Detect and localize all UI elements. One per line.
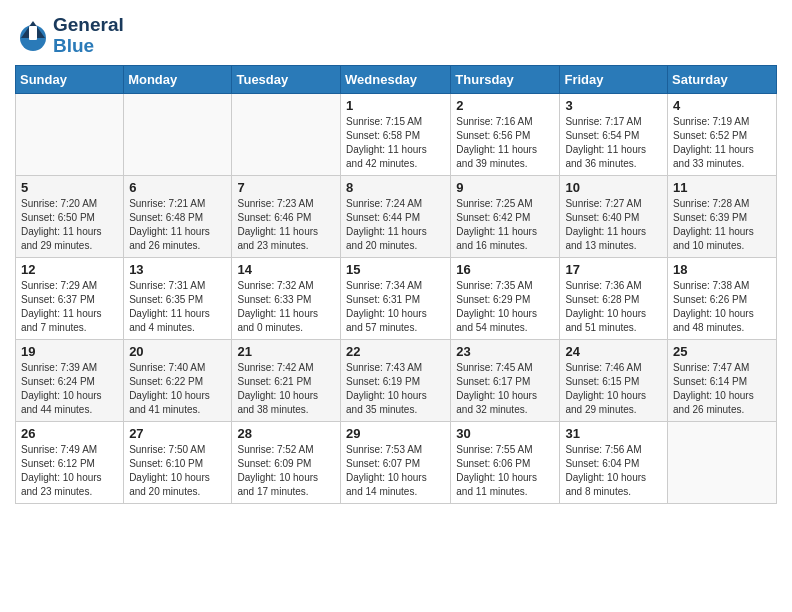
day-info: Sunrise: 7:40 AM Sunset: 6:22 PM Dayligh…: [129, 361, 226, 417]
day-number: 3: [565, 98, 662, 113]
day-number: 12: [21, 262, 118, 277]
day-number: 22: [346, 344, 445, 359]
day-info: Sunrise: 7:45 AM Sunset: 6:17 PM Dayligh…: [456, 361, 554, 417]
calendar-cell: 9Sunrise: 7:25 AM Sunset: 6:42 PM Daylig…: [451, 175, 560, 257]
day-info: Sunrise: 7:32 AM Sunset: 6:33 PM Dayligh…: [237, 279, 335, 335]
weekday-header-monday: Monday: [124, 65, 232, 93]
calendar-cell: 11Sunrise: 7:28 AM Sunset: 6:39 PM Dayli…: [668, 175, 777, 257]
calendar-cell: 10Sunrise: 7:27 AM Sunset: 6:40 PM Dayli…: [560, 175, 668, 257]
logo-blue: Blue: [53, 36, 124, 57]
day-number: 18: [673, 262, 771, 277]
day-number: 2: [456, 98, 554, 113]
day-number: 5: [21, 180, 118, 195]
calendar-cell: 27Sunrise: 7:50 AM Sunset: 6:10 PM Dayli…: [124, 421, 232, 503]
day-number: 30: [456, 426, 554, 441]
day-info: Sunrise: 7:31 AM Sunset: 6:35 PM Dayligh…: [129, 279, 226, 335]
logo-general: General: [53, 15, 124, 36]
day-info: Sunrise: 7:47 AM Sunset: 6:14 PM Dayligh…: [673, 361, 771, 417]
day-info: Sunrise: 7:50 AM Sunset: 6:10 PM Dayligh…: [129, 443, 226, 499]
calendar-cell: 1Sunrise: 7:15 AM Sunset: 6:58 PM Daylig…: [341, 93, 451, 175]
weekday-header-thursday: Thursday: [451, 65, 560, 93]
day-number: 8: [346, 180, 445, 195]
calendar-cell: 30Sunrise: 7:55 AM Sunset: 6:06 PM Dayli…: [451, 421, 560, 503]
calendar-cell: [668, 421, 777, 503]
calendar-cell: [124, 93, 232, 175]
day-number: 24: [565, 344, 662, 359]
day-number: 16: [456, 262, 554, 277]
calendar-cell: 14Sunrise: 7:32 AM Sunset: 6:33 PM Dayli…: [232, 257, 341, 339]
day-info: Sunrise: 7:42 AM Sunset: 6:21 PM Dayligh…: [237, 361, 335, 417]
calendar-cell: [232, 93, 341, 175]
calendar-cell: [16, 93, 124, 175]
calendar-cell: 19Sunrise: 7:39 AM Sunset: 6:24 PM Dayli…: [16, 339, 124, 421]
day-number: 20: [129, 344, 226, 359]
day-number: 27: [129, 426, 226, 441]
calendar-cell: 23Sunrise: 7:45 AM Sunset: 6:17 PM Dayli…: [451, 339, 560, 421]
calendar-cell: 28Sunrise: 7:52 AM Sunset: 6:09 PM Dayli…: [232, 421, 341, 503]
day-number: 31: [565, 426, 662, 441]
day-info: Sunrise: 7:46 AM Sunset: 6:15 PM Dayligh…: [565, 361, 662, 417]
week-row-5: 26Sunrise: 7:49 AM Sunset: 6:12 PM Dayli…: [16, 421, 777, 503]
logo: General Blue: [15, 15, 124, 57]
day-number: 25: [673, 344, 771, 359]
day-info: Sunrise: 7:15 AM Sunset: 6:58 PM Dayligh…: [346, 115, 445, 171]
day-info: Sunrise: 7:43 AM Sunset: 6:19 PM Dayligh…: [346, 361, 445, 417]
day-info: Sunrise: 7:56 AM Sunset: 6:04 PM Dayligh…: [565, 443, 662, 499]
day-info: Sunrise: 7:52 AM Sunset: 6:09 PM Dayligh…: [237, 443, 335, 499]
day-number: 29: [346, 426, 445, 441]
calendar-cell: 17Sunrise: 7:36 AM Sunset: 6:28 PM Dayli…: [560, 257, 668, 339]
day-number: 17: [565, 262, 662, 277]
calendar-cell: 3Sunrise: 7:17 AM Sunset: 6:54 PM Daylig…: [560, 93, 668, 175]
page-header: General Blue: [15, 10, 777, 57]
weekday-header-sunday: Sunday: [16, 65, 124, 93]
calendar-table: SundayMondayTuesdayWednesdayThursdayFrid…: [15, 65, 777, 504]
calendar-cell: 18Sunrise: 7:38 AM Sunset: 6:26 PM Dayli…: [668, 257, 777, 339]
calendar-cell: 13Sunrise: 7:31 AM Sunset: 6:35 PM Dayli…: [124, 257, 232, 339]
calendar-cell: 2Sunrise: 7:16 AM Sunset: 6:56 PM Daylig…: [451, 93, 560, 175]
weekday-header-saturday: Saturday: [668, 65, 777, 93]
week-row-1: 1Sunrise: 7:15 AM Sunset: 6:58 PM Daylig…: [16, 93, 777, 175]
day-info: Sunrise: 7:28 AM Sunset: 6:39 PM Dayligh…: [673, 197, 771, 253]
calendar-cell: 8Sunrise: 7:24 AM Sunset: 6:44 PM Daylig…: [341, 175, 451, 257]
calendar-cell: 20Sunrise: 7:40 AM Sunset: 6:22 PM Dayli…: [124, 339, 232, 421]
day-info: Sunrise: 7:21 AM Sunset: 6:48 PM Dayligh…: [129, 197, 226, 253]
day-info: Sunrise: 7:53 AM Sunset: 6:07 PM Dayligh…: [346, 443, 445, 499]
day-number: 6: [129, 180, 226, 195]
day-number: 28: [237, 426, 335, 441]
day-number: 15: [346, 262, 445, 277]
day-number: 26: [21, 426, 118, 441]
day-number: 14: [237, 262, 335, 277]
day-number: 19: [21, 344, 118, 359]
day-number: 4: [673, 98, 771, 113]
weekday-header-wednesday: Wednesday: [341, 65, 451, 93]
weekday-header-tuesday: Tuesday: [232, 65, 341, 93]
day-info: Sunrise: 7:19 AM Sunset: 6:52 PM Dayligh…: [673, 115, 771, 171]
day-number: 13: [129, 262, 226, 277]
calendar-cell: 12Sunrise: 7:29 AM Sunset: 6:37 PM Dayli…: [16, 257, 124, 339]
day-info: Sunrise: 7:24 AM Sunset: 6:44 PM Dayligh…: [346, 197, 445, 253]
week-row-4: 19Sunrise: 7:39 AM Sunset: 6:24 PM Dayli…: [16, 339, 777, 421]
calendar-cell: 29Sunrise: 7:53 AM Sunset: 6:07 PM Dayli…: [341, 421, 451, 503]
week-row-2: 5Sunrise: 7:20 AM Sunset: 6:50 PM Daylig…: [16, 175, 777, 257]
day-info: Sunrise: 7:25 AM Sunset: 6:42 PM Dayligh…: [456, 197, 554, 253]
day-number: 7: [237, 180, 335, 195]
day-number: 9: [456, 180, 554, 195]
calendar-cell: 15Sunrise: 7:34 AM Sunset: 6:31 PM Dayli…: [341, 257, 451, 339]
day-info: Sunrise: 7:55 AM Sunset: 6:06 PM Dayligh…: [456, 443, 554, 499]
day-info: Sunrise: 7:16 AM Sunset: 6:56 PM Dayligh…: [456, 115, 554, 171]
day-info: Sunrise: 7:20 AM Sunset: 6:50 PM Dayligh…: [21, 197, 118, 253]
day-number: 11: [673, 180, 771, 195]
day-info: Sunrise: 7:38 AM Sunset: 6:26 PM Dayligh…: [673, 279, 771, 335]
calendar-body: 1Sunrise: 7:15 AM Sunset: 6:58 PM Daylig…: [16, 93, 777, 503]
calendar-cell: 4Sunrise: 7:19 AM Sunset: 6:52 PM Daylig…: [668, 93, 777, 175]
calendar-cell: 24Sunrise: 7:46 AM Sunset: 6:15 PM Dayli…: [560, 339, 668, 421]
day-info: Sunrise: 7:23 AM Sunset: 6:46 PM Dayligh…: [237, 197, 335, 253]
day-number: 21: [237, 344, 335, 359]
day-number: 23: [456, 344, 554, 359]
week-row-3: 12Sunrise: 7:29 AM Sunset: 6:37 PM Dayli…: [16, 257, 777, 339]
calendar-cell: 25Sunrise: 7:47 AM Sunset: 6:14 PM Dayli…: [668, 339, 777, 421]
calendar-cell: 5Sunrise: 7:20 AM Sunset: 6:50 PM Daylig…: [16, 175, 124, 257]
day-info: Sunrise: 7:27 AM Sunset: 6:40 PM Dayligh…: [565, 197, 662, 253]
day-info: Sunrise: 7:34 AM Sunset: 6:31 PM Dayligh…: [346, 279, 445, 335]
svg-rect-2: [29, 26, 37, 40]
